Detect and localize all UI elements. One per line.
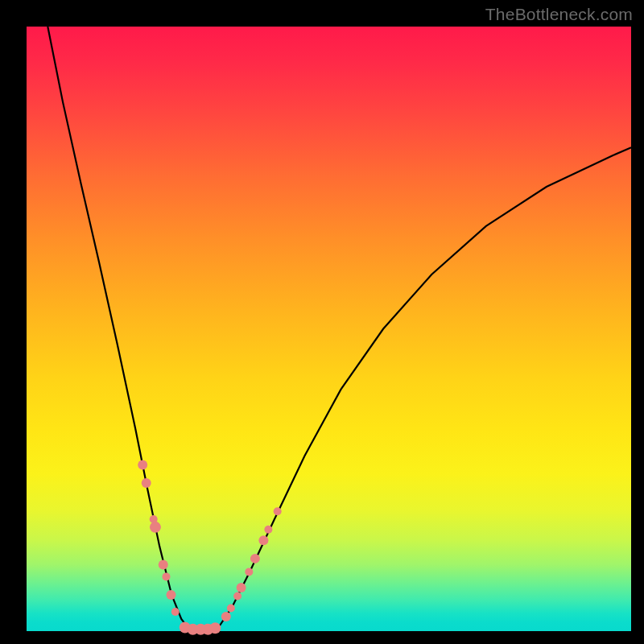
data-dot	[138, 460, 147, 469]
data-dot	[237, 583, 246, 592]
data-dot	[245, 568, 253, 576]
curve-right	[214, 147, 631, 630]
curve-left	[47, 27, 192, 630]
data-dot	[142, 478, 151, 488]
chart-svg	[27, 27, 631, 631]
data-dot	[233, 592, 242, 600]
data-dot	[171, 608, 180, 616]
data-dot	[274, 507, 282, 515]
chart-area	[27, 27, 631, 631]
data-dot	[162, 572, 170, 580]
data-dot	[227, 604, 235, 612]
data-dot	[209, 622, 221, 634]
data-dot	[166, 590, 175, 600]
data-dot	[159, 559, 168, 569]
data-dot	[250, 554, 260, 564]
watermark-text: TheBottleneck.com	[485, 5, 633, 24]
data-dot	[258, 535, 268, 545]
data-dot	[150, 522, 161, 533]
data-dot	[264, 526, 272, 534]
data-dot	[221, 612, 231, 621]
